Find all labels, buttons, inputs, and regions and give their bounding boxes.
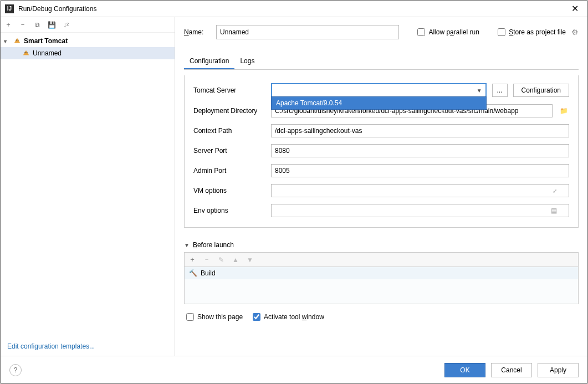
server-port-input[interactable] xyxy=(271,144,569,157)
down-icon: ▼ xyxy=(246,255,254,264)
store-file-check[interactable]: Store as project file ⚙ xyxy=(498,28,579,37)
svg-point-0 xyxy=(16,39,17,40)
allow-parallel-label: Allow parallel run xyxy=(428,28,479,36)
list-icon[interactable]: ▤ xyxy=(551,207,557,214)
env-options-row: Env options ▤ xyxy=(193,204,569,217)
before-launch-item[interactable]: 🔨 Build xyxy=(185,267,578,279)
tomcat-server-label: Tomcat Server xyxy=(193,86,265,94)
app-icon: IJ xyxy=(5,4,14,13)
name-label: Name: xyxy=(184,28,207,36)
edit-templates-link[interactable]: Edit configuration templates... xyxy=(1,337,175,356)
folder-icon[interactable]: 📁 xyxy=(558,107,569,115)
allow-parallel-check[interactable]: Allow parallel run xyxy=(417,28,479,36)
activate-tool-checkbox[interactable] xyxy=(253,313,260,321)
show-page-checkbox[interactable] xyxy=(186,313,194,321)
gear-icon[interactable]: ⚙ xyxy=(571,28,579,37)
server-port-label: Server Port xyxy=(193,147,265,155)
vm-options-label: VM options xyxy=(193,187,265,194)
name-input[interactable] xyxy=(216,25,399,39)
tab-logs[interactable]: Logs xyxy=(234,54,260,69)
tree-parent-label: Smart Tomcat xyxy=(24,37,68,45)
up-icon: ▲ xyxy=(231,255,240,264)
browse-button[interactable]: ... xyxy=(492,84,508,97)
add-icon[interactable]: ＋ xyxy=(188,255,197,264)
before-launch-item-label: Build xyxy=(201,269,216,277)
before-launch-header[interactable]: ▼ Before launch xyxy=(184,241,579,249)
form-area: Tomcat Server ▼ Apache Tomcat/9.0.54 ...… xyxy=(184,75,579,228)
sort-icon[interactable]: ↓² xyxy=(62,21,70,29)
window-title: Run/Debug Configurations xyxy=(18,5,567,13)
tomcat-icon xyxy=(13,37,22,45)
configuration-button[interactable]: Configuration xyxy=(513,84,569,97)
close-icon[interactable]: ✕ xyxy=(567,1,583,16)
show-page-check[interactable]: Show this page xyxy=(186,313,243,321)
deploy-dir-label: Deployment Directory xyxy=(193,107,265,115)
dropdown-option[interactable]: Apache Tomcat/9.0.54 xyxy=(272,97,486,109)
env-options-label: Env options xyxy=(193,207,265,214)
remove-icon[interactable]: － xyxy=(18,21,27,29)
copy-icon[interactable]: ⧉ xyxy=(33,21,42,29)
svg-point-1 xyxy=(18,39,19,40)
store-file-label: Store as project file xyxy=(509,28,566,36)
admin-port-label: Admin Port xyxy=(193,167,265,175)
tomcat-server-row: Tomcat Server ▼ Apache Tomcat/9.0.54 ...… xyxy=(193,83,569,98)
tree-child[interactable]: Unnamed xyxy=(1,47,175,59)
chevron-down-icon: ▼ xyxy=(477,88,482,94)
cancel-button[interactable]: Cancel xyxy=(491,363,532,377)
remove-icon: － xyxy=(202,255,211,264)
apply-button[interactable]: Apply xyxy=(538,363,579,377)
expand-icon[interactable]: ⤢ xyxy=(553,188,557,194)
tomcat-icon xyxy=(22,49,30,58)
tabs: Configuration Logs xyxy=(184,54,579,70)
context-path-label: Context Path xyxy=(193,127,265,135)
config-tree[interactable]: ▾ Smart Tomcat Unnamed xyxy=(1,33,175,337)
left-pane: ＋ － ⧉ 💾 ↓² ▾ Smart Tomcat Unnamed Edit c… xyxy=(1,17,175,356)
left-toolbar: ＋ － ⧉ 💾 ↓² xyxy=(1,17,175,33)
server-port-row: Server Port xyxy=(193,144,569,157)
activate-tool-label: Activate tool window xyxy=(264,313,324,321)
allow-parallel-checkbox[interactable] xyxy=(417,28,425,36)
bottom-checks: Show this page Activate tool window xyxy=(184,310,579,322)
before-launch-title: Before launch xyxy=(193,241,234,249)
chevron-down-icon: ▼ xyxy=(184,242,190,248)
before-launch-list[interactable]: 🔨 Build xyxy=(184,267,579,304)
vm-options-input[interactable] xyxy=(271,184,569,197)
tomcat-server-dropdown[interactable]: ▼ Apache Tomcat/9.0.54 xyxy=(271,83,487,98)
before-launch-toolbar: ＋ － ✎ ▲ ▼ xyxy=(184,252,579,267)
add-icon[interactable]: ＋ xyxy=(4,21,13,29)
save-icon[interactable]: 💾 xyxy=(47,21,56,29)
env-options-input[interactable] xyxy=(271,204,569,217)
svg-point-2 xyxy=(24,52,25,53)
svg-point-3 xyxy=(27,52,28,53)
show-page-label: Show this page xyxy=(197,313,243,321)
right-pane: Name: Allow parallel run Store as projec… xyxy=(175,17,587,356)
store-file-checkbox[interactable] xyxy=(498,28,505,36)
tree-child-label: Unnamed xyxy=(33,49,62,57)
before-launch-section: ▼ Before launch ＋ － ✎ ▲ ▼ 🔨 Build xyxy=(184,241,579,304)
vm-options-row: VM options ⤢ xyxy=(193,184,569,197)
activate-tool-check[interactable]: Activate tool window xyxy=(253,313,324,321)
chevron-down-icon[interactable]: ▾ xyxy=(4,38,11,44)
help-icon[interactable]: ? xyxy=(9,364,22,376)
name-row: Name: Allow parallel run Store as projec… xyxy=(184,25,579,39)
footer: ? OK Cancel Apply xyxy=(1,356,587,383)
ok-button[interactable]: OK xyxy=(444,363,485,377)
edit-icon: ✎ xyxy=(217,255,226,264)
admin-port-input[interactable] xyxy=(271,164,569,177)
context-path-input[interactable] xyxy=(271,124,569,137)
hammer-icon: 🔨 xyxy=(189,269,197,277)
tab-configuration[interactable]: Configuration xyxy=(184,54,234,69)
tree-parent[interactable]: ▾ Smart Tomcat xyxy=(1,35,175,47)
context-path-row: Context Path xyxy=(193,124,569,137)
dropdown-list: Apache Tomcat/9.0.54 xyxy=(271,96,487,110)
titlebar: IJ Run/Debug Configurations ✕ xyxy=(1,1,587,17)
admin-port-row: Admin Port xyxy=(193,164,569,177)
